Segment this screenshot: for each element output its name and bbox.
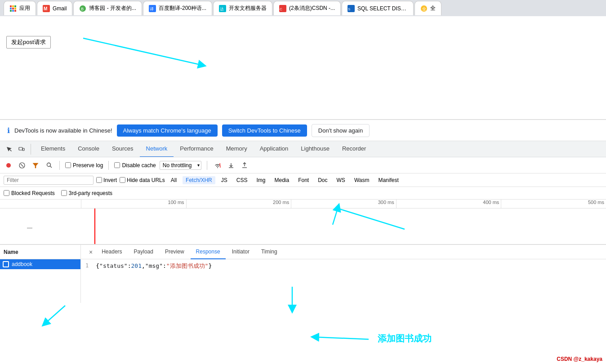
devtools-tool-icons — [4, 144, 31, 155]
filter-js-btn[interactable]: JS — [218, 176, 231, 184]
svg-text:M: M — [44, 6, 47, 11]
tab-recorder[interactable]: Recorder — [336, 141, 372, 157]
tab-network[interactable]: Network — [140, 141, 174, 157]
blocked-requests-checkbox[interactable]: Blocked Requests — [4, 190, 55, 196]
invert-checkbox[interactable]: Invert — [96, 177, 117, 183]
svg-point-29 — [47, 163, 50, 167]
post-request-button[interactable]: 发起post请求 — [6, 36, 51, 49]
ruler-200ms: 200 ms — [186, 200, 291, 208]
tab-gmail[interactable]: M Gmail — [37, 1, 72, 15]
svg-text:全: 全 — [422, 7, 426, 11]
response-text-content: {"status":201,"msg":"添加图书成功"} — [96, 262, 212, 270]
tab-baidu[interactable]: 译 百度翻译-200种语... — [143, 1, 212, 15]
svg-rect-23 — [19, 147, 22, 150]
clear-button[interactable] — [17, 160, 27, 170]
tab-elements[interactable]: Elements — [35, 141, 71, 157]
throttle-selector-wrap: No throttling — [160, 161, 201, 170]
svg-rect-24 — [22, 148, 24, 151]
ruler-100ms: 100 ms — [81, 200, 186, 208]
filter-icon[interactable] — [31, 160, 40, 170]
devtools-panel: ℹ DevTools is now available in Chinese! … — [0, 120, 606, 303]
preserve-log-checkbox[interactable]: Preserve log — [65, 162, 103, 169]
svg-rect-8 — [14, 10, 16, 12]
addbook-request-row[interactable]: addbook — [0, 259, 80, 269]
import-icon[interactable] — [226, 160, 236, 170]
csdn-watermark: CSDN @z_kakaya — [557, 356, 602, 362]
disable-cache-checkbox[interactable]: Disable cache — [114, 162, 156, 169]
response-line-number: 1 — [85, 262, 89, 269]
tab-bar: 应用 M Gmail B 博客园 - 开发者的... 译 百度翻译-200种语.… — [0, 0, 606, 16]
invert-input[interactable] — [96, 177, 102, 183]
filter-fetchxhr-btn[interactable]: Fetch/XHR — [183, 176, 215, 184]
timeline-body: — — [0, 209, 606, 244]
tab-sources[interactable]: Sources — [106, 141, 140, 157]
detail-tab-preview[interactable]: Preview — [160, 245, 190, 259]
filter-all-btn[interactable]: All — [168, 176, 180, 184]
filter-img-btn[interactable]: Img — [253, 176, 268, 184]
filter-doc-btn[interactable]: Doc — [315, 176, 330, 184]
tab-lighthouse[interactable]: Lighthouse — [294, 141, 336, 157]
wifi-icon[interactable] — [213, 160, 223, 170]
tab-devdoc[interactable]: 达 开发文档服务器 — [213, 1, 272, 15]
timeline-ruler: 100 ms 200 ms 300 ms 400 ms 500 ms — [0, 200, 606, 209]
record-button[interactable] — [4, 160, 13, 170]
filter-ws-btn[interactable]: WS — [334, 176, 348, 184]
svg-line-27 — [21, 164, 23, 167]
blocked-requests-input[interactable] — [4, 190, 9, 196]
bottom-panel: Name addbook × Headers Payload Preview R… — [0, 244, 606, 303]
tab-bokeyuan[interactable]: B 博客园 - 开发者的... — [73, 1, 142, 15]
tab-devdoc-label: 开发文档服务器 — [229, 4, 267, 12]
detail-tab-payload[interactable]: Payload — [129, 245, 159, 259]
third-party-input[interactable] — [61, 190, 67, 196]
tab-apps-label: 应用 — [19, 4, 30, 12]
tab-apps[interactable]: 应用 — [4, 1, 36, 15]
baidu-favicon: 译 — [149, 5, 156, 12]
tab-memory[interactable]: Memory — [220, 141, 254, 157]
tab-performance[interactable]: Performance — [174, 141, 219, 157]
notification-text: DevTools is now available in Chinese! — [14, 127, 112, 134]
preserve-log-label: Preserve log — [73, 162, 103, 169]
hide-data-urls-input[interactable] — [120, 177, 125, 183]
preserve-log-input[interactable] — [65, 162, 71, 168]
export-icon[interactable] — [240, 160, 250, 170]
tab-bokeyuan-label: 博客园 - 开发者的... — [89, 4, 136, 12]
third-party-label: 3rd-party requests — [69, 190, 112, 196]
apps-favicon — [9, 5, 17, 12]
detail-tab-headers[interactable]: Headers — [96, 245, 127, 259]
svg-text:C: C — [280, 7, 282, 11]
filter-input[interactable] — [4, 176, 94, 185]
throttle-select[interactable]: No throttling — [160, 161, 201, 170]
tab-other[interactable]: 全 全 — [414, 1, 441, 15]
detail-tab-timing[interactable]: Timing — [256, 245, 283, 259]
filter-wasm-btn[interactable]: Wasm — [351, 176, 373, 184]
filter-manifest-btn[interactable]: Manifest — [375, 176, 401, 184]
dont-show-again-button[interactable]: Don't show again — [312, 124, 370, 137]
tab-application[interactable]: Application — [254, 141, 295, 157]
success-annotation: 添加图书成功 — [378, 333, 432, 343]
svg-text:达: 达 — [220, 7, 224, 11]
csdn-favicon: C — [279, 5, 286, 12]
detail-tab-response[interactable]: Response — [191, 245, 226, 259]
filter-css-btn[interactable]: CSS — [233, 176, 251, 184]
filter-media-btn[interactable]: Media — [271, 176, 292, 184]
sql-favicon: S — [348, 5, 355, 12]
switch-to-chinese-button[interactable]: Switch DevTools to Chinese — [222, 124, 307, 137]
detail-tab-initiator[interactable]: Initiator — [227, 245, 255, 259]
filter-font-btn[interactable]: Font — [295, 176, 312, 184]
always-match-button[interactable]: Always match Chrome's language — [117, 124, 218, 137]
tab-baidu-label: 百度翻译-200种语... — [159, 4, 206, 12]
cursor-icon[interactable] — [4, 144, 14, 155]
tab-csdn[interactable]: C (2条消息)CSDN -... — [273, 1, 341, 15]
third-party-checkbox[interactable]: 3rd-party requests — [61, 190, 112, 196]
page-content-area: 发起post请求 — [0, 16, 606, 120]
tab-console[interactable]: Console — [71, 141, 106, 157]
disable-cache-input[interactable] — [114, 162, 120, 168]
page-wrapper: 应用 M Gmail B 博客园 - 开发者的... 译 百度翻译-200种语.… — [0, 0, 606, 364]
device-toggle-icon[interactable] — [16, 144, 27, 155]
bokeyuan-favicon: B — [79, 5, 86, 12]
search-icon[interactable] — [44, 160, 54, 170]
tab-sql[interactable]: S SQL SELECT DISTI... — [342, 1, 414, 15]
hide-data-urls-checkbox[interactable]: Hide data URLs — [120, 177, 165, 183]
svg-rect-3 — [10, 8, 12, 9]
detail-close-button[interactable]: × — [86, 249, 95, 256]
